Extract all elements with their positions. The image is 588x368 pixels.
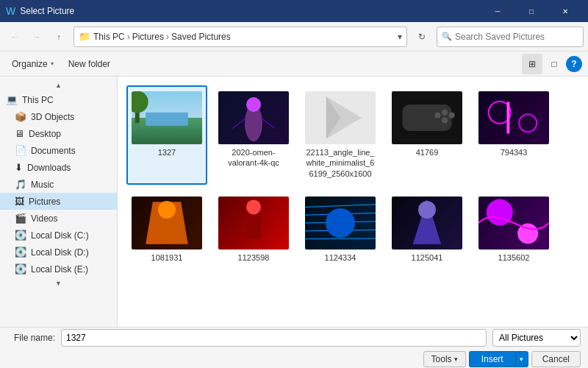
sidebar-label-videos: Videos — [31, 213, 57, 224]
view-list-button[interactable]: □ — [544, 54, 564, 74]
file-thumb-1327 — [132, 91, 202, 144]
title-bar: W Select Picture ─ □ ✕ — [0, 0, 588, 22]
address-bar[interactable]: 📁 This PC › Pictures › Saved Pictures ▾ — [74, 26, 407, 47]
file-item-22113[interactable]: 22113_angle_line_white_minimalist_66199_… — [300, 85, 381, 185]
view-large-button[interactable]: ⊞ — [522, 54, 542, 74]
sidebar-icon-local-disk-d: 💽 — [15, 247, 26, 258]
file-canvas-1327 — [132, 91, 202, 144]
organize-dropdown-icon: ▾ — [51, 60, 54, 67]
new-folder-label: New folder — [68, 59, 110, 69]
forward-button[interactable]: → — [26, 26, 47, 47]
filename-input[interactable] — [61, 329, 487, 347]
crumb-saved-pictures: Saved Pictures — [171, 32, 231, 42]
organize-label: Organize — [12, 59, 48, 69]
cancel-button[interactable]: Cancel — [531, 351, 581, 367]
back-button[interactable]: ← — [4, 26, 25, 47]
organize-button[interactable]: Organize ▾ — [6, 56, 60, 72]
sidebar-icon-pictures: 🖼 — [15, 196, 24, 207]
file-item-794343[interactable]: 794343 — [473, 85, 554, 185]
insert-dropdown-button[interactable]: ▾ — [515, 351, 528, 367]
sidebar-icon-desktop: 🖥 — [15, 128, 24, 139]
sidebar-item-local-disk-c[interactable]: 💽Local Disk (C:) — [0, 227, 117, 244]
file-canvas-1123598 — [218, 197, 289, 250]
sidebar-icon-this-pc: 💻 — [6, 94, 18, 105]
file-thumb-794343 — [478, 91, 549, 144]
window-controls: ─ □ ✕ — [481, 0, 582, 22]
main-area: ▲ 💻This PC📦3D Objects🖥Desktop📄Documents⬇… — [0, 77, 588, 327]
search-icon: 🔍 — [442, 32, 452, 41]
file-thumb-1081931 — [132, 197, 202, 250]
sidebar-icon-local-disk-e: 💽 — [15, 263, 26, 275]
insert-button[interactable]: Insert — [469, 351, 515, 367]
file-name-1135602: 1135602 — [498, 252, 530, 263]
file-canvas-22113 — [305, 91, 376, 144]
sidebar-item-music[interactable]: 🎵Music — [0, 176, 117, 193]
sidebar-scroll-down[interactable]: ▼ — [0, 277, 117, 289]
search-input[interactable] — [455, 32, 578, 42]
sidebar-scroll-up[interactable]: ▲ — [0, 79, 117, 91]
sidebar-item-local-disk-d[interactable]: 💽Local Disk (D:) — [0, 244, 117, 261]
new-folder-button[interactable]: New folder — [62, 56, 116, 72]
file-canvas-794343 — [478, 91, 549, 144]
address-dropdown-icon: ▾ — [398, 32, 402, 42]
sidebar: ▲ 💻This PC📦3D Objects🖥Desktop📄Documents⬇… — [0, 77, 118, 327]
file-item-1123598[interactable]: 1123598 — [213, 191, 294, 269]
file-name-1123598: 1123598 — [238, 252, 270, 263]
refresh-button[interactable]: ↻ — [412, 26, 432, 47]
sidebar-icon-local-disk-c: 💽 — [15, 230, 26, 241]
file-canvas-1081931 — [132, 197, 202, 250]
crumb-pictures: Pictures — [132, 32, 164, 42]
sidebar-icon-downloads: ⬇ — [15, 162, 23, 173]
search-box[interactable]: 🔍 — [437, 26, 584, 47]
folder-icon: 📁 — [79, 31, 90, 42]
window-title: Select Picture — [20, 6, 481, 16]
tools-button[interactable]: Tools ▾ — [423, 351, 466, 367]
sidebar-item-downloads[interactable]: ⬇Downloads — [0, 159, 117, 176]
file-item-1125041[interactable]: 1125041 — [387, 191, 467, 269]
file-thumb-2020-omen — [218, 91, 289, 144]
file-thumb-22113 — [305, 91, 376, 144]
app-icon: W — [6, 5, 15, 17]
sidebar-label-downloads: Downloads — [27, 163, 71, 173]
file-name-22113: 22113_angle_line_white_minimalist_66199_… — [306, 147, 375, 179]
sidebar-label-desktop: Desktop — [29, 129, 61, 139]
sidebar-item-3d-objects[interactable]: 📦3D Objects — [0, 108, 117, 125]
sidebar-item-local-disk-e[interactable]: 💽Local Disk (E:) — [0, 261, 117, 277]
sidebar-item-pictures[interactable]: 🖼Pictures — [0, 193, 117, 210]
file-item-1135602[interactable]: 1135602 — [473, 191, 554, 269]
file-thumb-41769 — [392, 91, 462, 144]
sidebar-item-documents[interactable]: 📄Documents — [0, 142, 117, 159]
sidebar-icon-videos: 🎬 — [15, 213, 26, 224]
sidebar-item-this-pc[interactable]: 💻This PC — [0, 91, 117, 108]
file-item-2020-omen[interactable]: 2020-omen-valorant-4k-qc — [213, 85, 294, 185]
sidebar-item-desktop[interactable]: 🖥Desktop — [0, 125, 117, 142]
sidebar-icon-music: 🎵 — [15, 179, 26, 190]
file-item-41769[interactable]: 41769 — [387, 85, 467, 185]
close-button[interactable]: ✕ — [548, 0, 582, 22]
filetype-select[interactable]: All Pictures — [492, 329, 581, 347]
up-button[interactable]: ↑ — [49, 26, 69, 47]
file-thumb-1123598 — [218, 197, 289, 250]
file-thumb-1124334 — [305, 197, 376, 250]
crumb-this-pc: This PC — [93, 32, 125, 42]
filename-label: File name: — [7, 333, 55, 343]
minimize-button[interactable]: ─ — [481, 0, 514, 22]
file-canvas-2020-omen — [218, 91, 289, 144]
file-name-2020-omen: 2020-omen-valorant-4k-qc — [219, 147, 288, 169]
file-item-1327[interactable]: 1327 — [126, 85, 207, 185]
file-grid: 13272020-omen-valorant-4k-qc22113_angle_… — [123, 82, 582, 272]
maximize-button[interactable]: □ — [514, 0, 548, 22]
file-item-1081931[interactable]: 1081931 — [126, 191, 207, 269]
file-name-1081931: 1081931 — [151, 252, 183, 263]
sidebar-icon-3d-objects: 📦 — [15, 111, 26, 122]
file-canvas-1135602 — [478, 197, 549, 250]
crumb-sep-1: › — [127, 32, 130, 42]
file-item-1124334[interactable]: 1124334 — [300, 191, 381, 269]
sidebar-item-videos[interactable]: 🎬Videos — [0, 210, 117, 227]
help-button[interactable]: ? — [566, 56, 582, 72]
tools-label: Tools — [431, 354, 452, 364]
actions-row: Tools ▾ Insert ▾ Cancel — [7, 351, 581, 367]
sidebar-label-local-disk-c: Local Disk (C:) — [31, 230, 89, 241]
crumb-sep-2: › — [166, 32, 169, 42]
file-canvas-41769 — [392, 91, 462, 144]
